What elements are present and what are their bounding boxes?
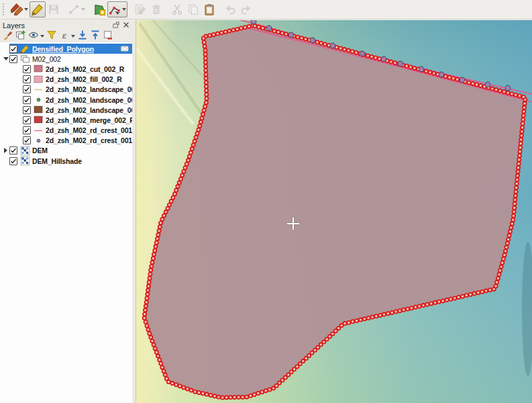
layer-row-dem[interactable]: DEM [0,146,132,156]
vertex-marker[interactable] [519,142,523,145]
vertex-marker[interactable] [184,166,187,169]
vertex-marker[interactable] [513,206,516,210]
vertex-marker[interactable] [174,189,178,192]
layer-visibility-checkbox[interactable] [9,55,17,63]
vertex-marker[interactable] [367,316,370,320]
vertex-marker[interactable] [378,314,382,317]
vertex-marker[interactable] [156,355,160,358]
vertex-marker[interactable] [413,66,416,70]
vertex-marker[interactable] [209,394,213,397]
vertex-marker[interactable] [205,93,208,96]
vertex-marker[interactable] [319,42,323,45]
expander-open-icon[interactable] [2,57,9,60]
vertex-marker[interactable] [410,306,413,310]
vertex-marker[interactable] [144,320,148,324]
vertex-marker[interactable] [253,393,256,396]
vertex-marker[interactable] [414,306,417,309]
vertex-marker[interactable] [217,396,220,399]
vertex-marker[interactable] [204,56,207,60]
vertex-marker[interactable] [159,362,162,365]
toggle-editing-button[interactable] [30,1,46,17]
filter-legend-button[interactable] [46,31,57,42]
layer-row-2d_zsh_m02_landscape_002_l[interactable]: 2d_zsh_M02_landscape_002_L [0,85,132,95]
layer-row-2d_zsh_m02_fill_002_r[interactable]: 2d_zsh_M02_fill_002_R [0,75,132,85]
vertex-marker[interactable] [245,395,248,398]
vertex-marker[interactable] [370,55,374,58]
vertex-marker[interactable] [514,190,517,193]
vertex-marker[interactable] [432,72,435,75]
vertex-marker[interactable] [518,154,521,157]
vertex-tool-button[interactable] [107,1,127,17]
vertex-marker[interactable] [256,392,260,395]
vertex-marker[interactable] [433,301,437,304]
vertex-marker[interactable] [495,281,498,284]
vertex-marker[interactable] [198,124,201,128]
layer-visibility-checkbox[interactable] [9,157,17,165]
vertex-marker[interactable] [204,60,207,64]
vertex-marker[interactable] [503,253,507,257]
edit-indicator-icon[interactable] [119,44,130,53]
vertex-marker[interactable] [158,358,161,361]
vertex-marker[interactable] [195,132,199,135]
layer-row-2d_zsh_m02_landscape_002_r[interactable]: 2d_zsh_M02_landscape_002_R [0,105,132,115]
vertex-marker[interactable] [447,76,451,79]
vertex-marker[interactable] [421,304,425,307]
layer-visibility-checkbox[interactable] [23,75,31,83]
vertex-marker[interactable] [418,304,421,308]
vertex-marker[interactable] [520,130,523,133]
vertex-marker[interactable] [516,170,519,173]
layer-visibility-checkbox[interactable] [23,126,31,134]
vertex-marker[interactable] [182,386,185,389]
vertex-marker[interactable] [366,54,370,57]
vertex-marker[interactable] [429,302,433,305]
vertex-marker[interactable] [204,64,207,68]
vertex-marker[interactable] [205,97,208,100]
vertex-marker[interactable] [253,24,256,28]
vertex-marker[interactable] [158,229,161,232]
vertex-marker[interactable] [502,257,505,261]
vertex-marker[interactable] [205,101,208,104]
vertex-marker[interactable] [203,48,207,52]
vertex-marker[interactable] [152,253,156,256]
vertex-marker[interactable] [213,394,216,398]
vertex-marker[interactable] [155,351,158,354]
vertex-marker[interactable] [511,218,515,222]
vertex-marker[interactable] [471,82,474,85]
vertex-marker[interactable] [398,309,401,312]
vertex-marker[interactable] [197,128,200,132]
vertex-marker[interactable] [148,281,151,284]
vertex-marker[interactable] [145,296,148,300]
vertex-marker[interactable] [522,95,525,99]
vertex-marker[interactable] [179,177,182,181]
vertex-marker[interactable] [347,321,350,324]
manage-map-themes-dropdown-arrow-icon[interactable] [40,35,44,38]
vertex-marker[interactable] [405,64,409,68]
vertex-marker[interactable] [178,384,182,388]
vertex-marker[interactable] [520,134,523,137]
vertex-marker[interactable] [264,389,268,392]
vertex-marker[interactable] [240,26,243,30]
vertex-marker[interactable] [187,159,190,162]
vertex-marker[interactable] [216,32,219,36]
vertex-marker[interactable] [393,61,396,64]
vertex-marker[interactable] [488,288,492,292]
collapse-all-button[interactable] [90,31,101,42]
vertex-marker[interactable] [519,138,523,141]
vertex-marker[interactable] [145,324,148,327]
vertex-marker[interactable] [171,196,174,199]
vertex-marker[interactable] [374,314,378,318]
vertex-marker[interactable] [522,114,525,117]
manage-map-themes-button[interactable] [28,31,44,42]
vertex-marker[interactable] [249,394,252,398]
vertex-marker[interactable] [176,185,179,188]
vertex-marker[interactable] [475,83,478,86]
vertex-marker[interactable] [428,71,431,74]
vertex-marker[interactable] [284,32,288,36]
vertex-marker[interactable] [235,28,239,31]
vertex-marker[interactable] [146,328,150,331]
vertex-marker[interactable] [204,69,207,72]
vertex-marker[interactable] [304,38,307,41]
layer-visibility-checkbox[interactable] [23,65,31,73]
layer-row-2d_zsh_m02_rd_crest_001_p[interactable]: 2d_zsh_M02_rd_crest_001_P [0,136,132,146]
vertex-marker[interactable] [146,292,149,296]
